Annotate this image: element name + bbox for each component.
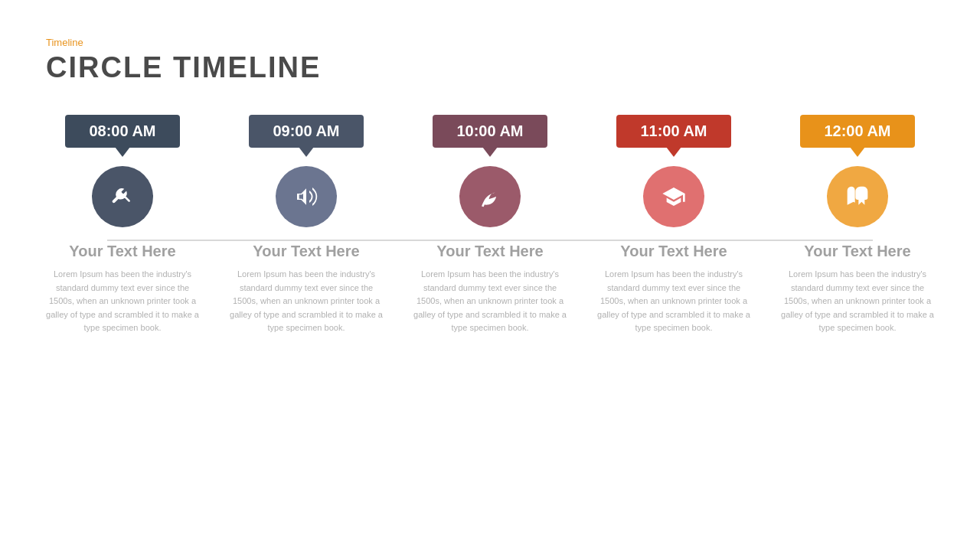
book-icon bbox=[845, 184, 870, 209]
megaphone-icon bbox=[294, 184, 318, 209]
time-label-2: 09:00 AM bbox=[273, 122, 339, 140]
circle-icon-1 bbox=[92, 166, 153, 227]
item-title-2: Your Text Here bbox=[253, 243, 359, 260]
time-bubble-3: 10:00 AM bbox=[433, 115, 547, 148]
time-bubble-2: 09:00 AM bbox=[249, 115, 364, 148]
item-desc-4: Lorem Ipsum has been the industry's stan… bbox=[597, 268, 750, 335]
tools-icon bbox=[110, 184, 135, 209]
item-desc-3: Lorem Ipsum has been the industry's stan… bbox=[413, 268, 567, 335]
item-title-3: Your Text Here bbox=[436, 243, 543, 260]
graduation-icon bbox=[662, 184, 686, 209]
timeline-container: 08:00 AM Your Text Here Lorem Ipsum has … bbox=[46, 115, 934, 335]
item-desc-1: Lorem Ipsum has been the industry's stan… bbox=[46, 268, 199, 335]
page: Timeline CIRCLE TIMELINE 08:00 AM Your T… bbox=[0, 0, 980, 551]
timeline-item-2: 09:00 AM Your Text Here Lorem Ipsum has … bbox=[230, 115, 383, 335]
timeline-item-3: 10:00 AM Your Text Here Lorem Ipsum has … bbox=[413, 115, 567, 335]
leaf-icon bbox=[478, 184, 502, 209]
header-subtitle: Timeline bbox=[46, 37, 934, 48]
time-bubble-4: 11:00 AM bbox=[616, 115, 731, 148]
timeline-item-4: 11:00 AM Your Text Here Lorem Ipsum has … bbox=[597, 115, 750, 335]
item-desc-5: Lorem Ipsum has been the industry's stan… bbox=[781, 268, 934, 335]
item-desc-2: Lorem Ipsum has been the industry's stan… bbox=[230, 268, 383, 335]
time-label-5: 12:00 AM bbox=[824, 122, 890, 140]
timeline-item-1: 08:00 AM Your Text Here Lorem Ipsum has … bbox=[46, 115, 199, 335]
header-title: CIRCLE TIMELINE bbox=[46, 51, 934, 84]
time-bubble-5: 12:00 AM bbox=[800, 115, 915, 148]
circle-icon-4 bbox=[643, 166, 704, 227]
circle-icon-2 bbox=[276, 166, 337, 227]
time-bubble-1: 08:00 AM bbox=[65, 115, 180, 148]
circle-icon-3 bbox=[459, 166, 521, 227]
item-title-4: Your Text Here bbox=[620, 243, 727, 260]
timeline-item-5: 12:00 AM Your Text Here Lorem Ipsum has … bbox=[781, 115, 934, 335]
time-label-4: 11:00 AM bbox=[640, 122, 707, 140]
item-title-1: Your Text Here bbox=[69, 243, 175, 260]
item-title-5: Your Text Here bbox=[804, 243, 910, 260]
header: Timeline CIRCLE TIMELINE bbox=[46, 37, 934, 84]
time-label-1: 08:00 AM bbox=[89, 122, 155, 140]
time-label-3: 10:00 AM bbox=[456, 122, 523, 140]
circle-icon-5 bbox=[827, 166, 888, 227]
